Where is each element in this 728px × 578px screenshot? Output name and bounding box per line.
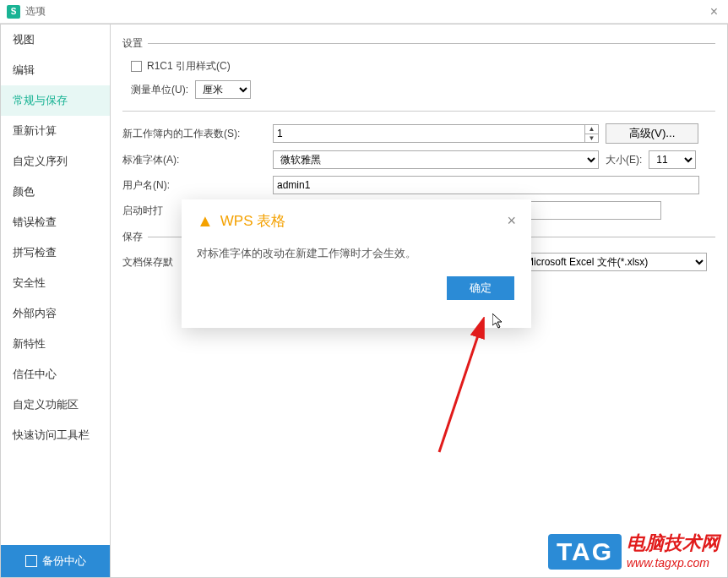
separator-1 — [122, 111, 715, 112]
app-icon: S — [7, 5, 20, 19]
spin-up-icon[interactable]: ▲ — [585, 125, 598, 134]
message-dialog: ▲ WPS 表格 × 对标准字体的改动在新建工作簿时才会生效。 确定 — [182, 199, 531, 328]
backup-label: 备份中心 — [42, 553, 86, 569]
dialog-footer: 确定 — [182, 270, 531, 310]
sidebar-item-error-check[interactable]: 错误检查 — [1, 207, 110, 237]
watermark-text: 电脑技术网 www.tagxp.com — [627, 531, 720, 570]
section-settings: 设置 — [122, 36, 715, 51]
row-sheets: 新工作簿内的工作表数(S): ▲▼ 高级(V)... — [122, 123, 715, 144]
window-titlebar: S 选项 × — [0, 0, 728, 24]
save-default-label: 文档保存默 — [122, 255, 173, 270]
row-font: 标准字体(A): 微软雅黑 大小(E): 11 — [122, 150, 715, 169]
sidebar-item-recalc[interactable]: 重新计算 — [1, 116, 110, 146]
dialog-close-icon[interactable]: × — [507, 212, 516, 230]
sidebar-item-external[interactable]: 外部内容 — [1, 298, 110, 329]
save-type-select[interactable]: Microsoft Excel 文件(*.xlsx) — [518, 253, 707, 271]
sidebar-item-quick-access[interactable]: 快速访问工具栏 — [1, 420, 110, 450]
sidebar-item-spell-check[interactable]: 拼写检查 — [1, 237, 110, 268]
window-title: 选项 — [25, 4, 46, 19]
sheets-spin-buttons[interactable]: ▲▼ — [584, 125, 598, 142]
sidebar: 视图 编辑 常规与保存 重新计算 自定义序列 颜色 错误检查 拼写检查 安全性 … — [1, 25, 111, 577]
sidebar-item-edit[interactable]: 编辑 — [1, 55, 110, 85]
watermark-badge: TAG 电脑技术网 www.tagxp.com — [548, 531, 720, 570]
section-save-label: 保存 — [122, 230, 143, 244]
username-input[interactable] — [273, 176, 699, 194]
section-settings-label: 设置 — [122, 36, 143, 51]
open-label: 启动时打 — [122, 204, 173, 218]
dialog-title: WPS 表格 — [220, 211, 285, 231]
sidebar-item-new-features[interactable]: 新特性 — [1, 329, 110, 359]
font-label: 标准字体(A): — [122, 153, 266, 167]
watermark-tag-box: TAG — [548, 534, 622, 570]
sidebar-item-custom-lists[interactable]: 自定义序列 — [1, 146, 110, 177]
sheets-label: 新工作簿内的工作表数(S): — [122, 127, 266, 141]
sidebar-item-view[interactable]: 视图 — [1, 25, 110, 55]
sidebar-item-color[interactable]: 颜色 — [1, 177, 110, 207]
measure-select[interactable]: 厘米 — [195, 80, 251, 99]
spin-down-icon[interactable]: ▼ — [585, 134, 598, 143]
section-line — [148, 43, 715, 44]
size-label: 大小(E): — [606, 153, 642, 167]
measure-label: 测量单位(U): — [131, 83, 188, 97]
size-select[interactable]: 11 — [649, 150, 696, 169]
advanced-button[interactable]: 高级(V)... — [606, 123, 698, 144]
row-measure: 测量单位(U): 厘米 — [131, 80, 715, 99]
dialog-message: 对标准字体的改动在新建工作簿时才会生效。 — [182, 237, 531, 270]
dialog-head: ▲ WPS 表格 × — [182, 199, 531, 237]
sidebar-list: 视图 编辑 常规与保存 重新计算 自定义序列 颜色 错误检查 拼写检查 安全性 … — [1, 25, 110, 545]
watermark-line1: 电脑技术网 — [627, 531, 720, 556]
sidebar-item-general-save[interactable]: 常规与保存 — [1, 85, 110, 116]
r1c1-checkbox[interactable] — [131, 61, 142, 72]
row-username: 用户名(N): — [122, 176, 715, 194]
backup-icon — [25, 555, 37, 567]
r1c1-label: R1C1 引用样式(C) — [147, 59, 231, 74]
username-label: 用户名(N): — [122, 178, 266, 193]
watermark-line2: www.tagxp.com — [627, 556, 720, 570]
window-close-icon[interactable]: × — [707, 4, 721, 19]
sheets-input[interactable] — [274, 125, 584, 142]
sheets-spinner[interactable]: ▲▼ — [273, 124, 599, 143]
sidebar-item-customize-ribbon[interactable]: 自定义功能区 — [1, 390, 110, 420]
ok-button[interactable]: 确定 — [447, 276, 514, 300]
warning-icon: ▲ — [197, 211, 214, 231]
sidebar-item-security[interactable]: 安全性 — [1, 268, 110, 298]
sidebar-item-trust-center[interactable]: 信任中心 — [1, 359, 110, 390]
backup-center-button[interactable]: 备份中心 — [1, 545, 110, 577]
row-r1c1: R1C1 引用样式(C) — [131, 59, 715, 74]
font-select[interactable]: 微软雅黑 — [273, 150, 599, 169]
